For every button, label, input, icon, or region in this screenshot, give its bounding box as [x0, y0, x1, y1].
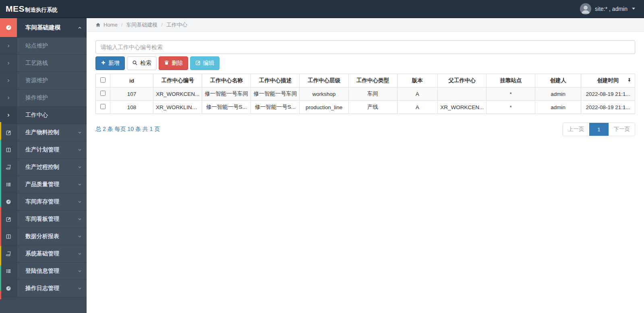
- add-button[interactable]: 新增: [95, 56, 125, 70]
- user-name-label: site:* , admin: [595, 6, 627, 12]
- cell-id: 108: [110, 101, 153, 114]
- work-center-table: id 工作中心编号 工作中心名称 工作中心描述 工作中心层级 工作中心类型 版本…: [95, 74, 635, 114]
- sidebar-item-operation-maintenance[interactable]: 操作维护: [0, 89, 87, 107]
- cell-type: 车间: [348, 87, 397, 101]
- toolbar: 新增 检索 删除 编辑: [95, 56, 635, 70]
- cell-name: 修一智能一号车间: [202, 87, 251, 101]
- cell-creator: admin: [535, 101, 581, 114]
- row-checkbox[interactable]: [100, 91, 106, 96]
- chevron-down-icon: [73, 245, 87, 262]
- sidebar-item-workshop-modeling[interactable]: 车间基础建模: [0, 18, 87, 37]
- sidebar-item-label: 数据分析报表: [17, 228, 73, 245]
- search-button[interactable]: 检索: [127, 56, 157, 70]
- sidebar-item-board-management[interactable]: 车间看板管理: [0, 211, 87, 228]
- page-number-button[interactable]: 1: [589, 123, 609, 136]
- sidebar-item-label: 车间基础建模: [17, 18, 73, 37]
- sidebar-item-label: 生产过程控制: [17, 159, 73, 176]
- sidebar-item-quality-management[interactable]: 产品质量管理: [0, 176, 87, 193]
- row-checkbox[interactable]: [100, 104, 106, 109]
- sidebar-item-label: 产品质量管理: [17, 176, 73, 193]
- chevron-up-icon: [73, 18, 87, 37]
- table-row[interactable]: 108 XR_WORKLINE... 修一智能一号S... 修一智能一号S...…: [96, 101, 635, 114]
- sidebar-item-label: 工艺路线: [17, 55, 87, 72]
- sidebar-item-login-info-management[interactable]: 登陆信息管理: [0, 263, 87, 280]
- gauge-icon: [0, 193, 17, 210]
- avatar: [580, 3, 591, 15]
- app-logo[interactable]: MES 制造执行系统: [0, 4, 58, 14]
- pencil-square-icon: [0, 124, 17, 141]
- cell-code: XR_WORKLINE...: [153, 101, 202, 114]
- pushpin-icon[interactable]: [627, 78, 632, 84]
- book-icon: [0, 159, 17, 176]
- user-menu[interactable]: site:* , admin: [580, 3, 644, 15]
- chevron-right-icon: [0, 55, 17, 72]
- breadcrumb-separator: /: [161, 22, 163, 28]
- chevron-down-icon: [73, 211, 87, 228]
- columns-icon: [0, 228, 17, 245]
- sidebar-item-analytics-reports[interactable]: 数据分析报表: [0, 228, 87, 245]
- sidebar-item-process-route[interactable]: 工艺路线: [0, 55, 87, 72]
- edit-button[interactable]: 编辑: [190, 56, 219, 70]
- chevron-down-icon: [73, 228, 87, 245]
- list-icon: [0, 176, 17, 193]
- sidebar-item-label: 资源维护: [17, 72, 87, 89]
- trash-icon: [164, 60, 169, 66]
- table-header-row: id 工作中心编号 工作中心名称 工作中心描述 工作中心层级 工作中心类型 版本…: [96, 74, 635, 87]
- chevron-right-icon: [0, 37, 17, 54]
- cell-description: 修一智能一号S...: [251, 101, 300, 114]
- cell-code: XR_WORKCEN...: [153, 87, 202, 101]
- next-page-button[interactable]: 下一页: [609, 123, 635, 136]
- cell-id: 107: [110, 87, 153, 101]
- chevron-right-icon: [0, 107, 17, 124]
- breadcrumb-separator: /: [121, 22, 123, 28]
- main-content: Home / 车间基础建模 / 工作中心 新增 检索: [87, 18, 644, 313]
- sidebar-item-system-management[interactable]: 系统基础管理: [0, 245, 87, 263]
- sidebar-item-process-control[interactable]: 生产过程控制: [0, 159, 87, 176]
- cell-level: production_line: [300, 101, 348, 114]
- sidebar-item-material-control[interactable]: 生产物料控制: [0, 124, 87, 141]
- breadcrumb: Home / 车间基础建模 / 工作中心: [87, 18, 644, 32]
- breadcrumb-home[interactable]: Home: [95, 22, 118, 28]
- sidebar-item-operation-log-management[interactable]: 操作日志管理: [0, 280, 87, 297]
- chevron-right-icon: [0, 72, 17, 89]
- sidebar-item-site-maintenance[interactable]: 站点维护: [0, 37, 87, 55]
- chevron-down-icon: [73, 176, 87, 193]
- sidebar-item-resource-maintenance[interactable]: 资源维护: [0, 72, 87, 89]
- app-logo-secondary: 制造执行系统: [25, 6, 58, 14]
- cell-description: 修一智能一号车间: [251, 87, 300, 101]
- chevron-down-icon: [632, 8, 635, 10]
- chevron-down-icon: [73, 141, 87, 158]
- cell-type: 产线: [348, 101, 397, 114]
- sidebar-item-label: 站点维护: [17, 37, 87, 54]
- sidebar-item-inventory-management[interactable]: 车间库存管理: [0, 193, 87, 211]
- search-input[interactable]: [95, 40, 635, 54]
- sidebar-item-label: 生产计划管理: [17, 141, 73, 158]
- home-icon: [95, 22, 101, 27]
- delete-button[interactable]: 删除: [159, 56, 188, 70]
- prev-page-button[interactable]: 上一页: [563, 123, 589, 136]
- breadcrumb-section[interactable]: 车间基础建模: [126, 21, 157, 29]
- sidebar-item-label: 系统基础管理: [17, 245, 73, 262]
- cell-parent: [438, 87, 487, 101]
- sidebar-item-label: 操作维护: [17, 89, 87, 106]
- column-header-id: id: [110, 74, 153, 87]
- table-footer: 总 2 条 每页 10 条 共 1 页 上一页 1 下一页: [95, 122, 635, 136]
- content-panel: 新增 检索 删除 编辑: [87, 32, 644, 136]
- chevron-down-icon: [73, 280, 87, 297]
- sidebar-item-label: 登陆信息管理: [17, 263, 73, 280]
- cell-version: A: [397, 101, 437, 114]
- app-logo-primary: MES: [6, 4, 25, 14]
- table-row[interactable]: 107 XR_WORKCEN... 修一智能一号车间 修一智能一号车间 work…: [96, 87, 635, 101]
- sidebar-item-label: 操作日志管理: [17, 280, 73, 297]
- sidebar-item-plan-management[interactable]: 生产计划管理: [0, 141, 87, 159]
- pagination: 上一页 1 下一页: [563, 122, 635, 136]
- sidebar-item-label: 生产物料控制: [17, 124, 73, 141]
- sidebar-item-work-center[interactable]: 工作中心: [0, 107, 87, 124]
- column-header-name: 工作中心名称: [202, 74, 251, 87]
- cell-station: *: [487, 101, 535, 114]
- sidebar-item-label: 车间看板管理: [17, 211, 73, 228]
- select-all-checkbox[interactable]: [100, 77, 106, 83]
- column-header-code: 工作中心编号: [153, 74, 202, 87]
- list-icon: [0, 263, 17, 280]
- cell-name: 修一智能一号S...: [202, 101, 251, 114]
